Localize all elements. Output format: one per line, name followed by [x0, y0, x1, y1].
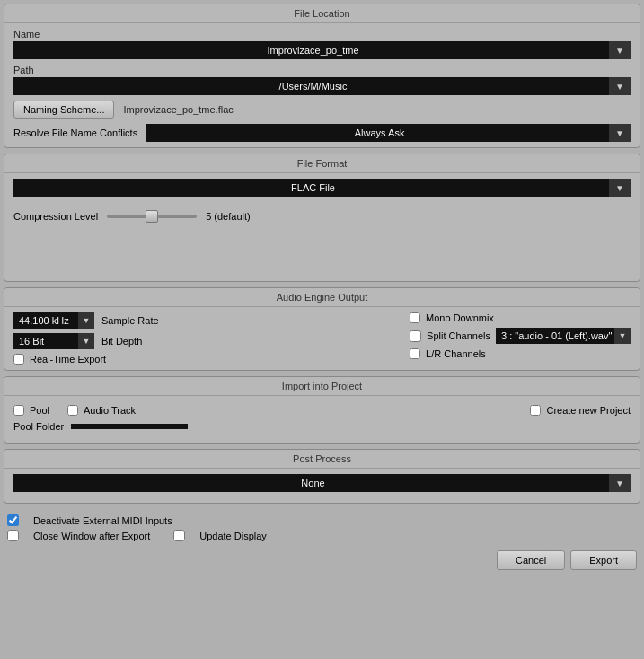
conflict-select-wrapper: Always Ask ▼	[146, 124, 631, 142]
audio-engine-header: Audio Engine Output	[4, 288, 640, 307]
conflict-label: Resolve File Name Conflicts	[13, 127, 137, 138]
deactivate-midi-row: Deactivate External MIDI Inputs	[7, 513, 637, 528]
pool-label: Pool	[30, 405, 49, 416]
import-project-header: Import into Project	[4, 377, 640, 396]
sample-rate-row: 44.100 kHz ▼ Sample Rate	[13, 312, 159, 329]
post-process-select-wrapper: None ▼	[13, 474, 631, 492]
compression-row: Compression Level 5 (default)	[13, 202, 631, 231]
realtime-export-row: Real-Time Export	[13, 354, 159, 365]
realtime-export-checkbox[interactable]	[13, 354, 24, 365]
update-display-checkbox[interactable]	[173, 530, 185, 541]
compression-slider-thumb[interactable]	[146, 210, 158, 223]
pool-folder-input[interactable]	[71, 424, 188, 429]
pool-checkbox[interactable]	[13, 405, 24, 416]
bottom-area: Deactivate External MIDI Inputs Close Wi…	[4, 509, 640, 574]
name-dropdown-arrow[interactable]: ▼	[609, 41, 631, 59]
update-display-label: Update Display	[199, 531, 267, 541]
sample-rate-select[interactable]: 44.100 kHz	[13, 312, 94, 329]
bottom-checks: Deactivate External MIDI Inputs Close Wi…	[4, 509, 640, 545]
create-new-project-label: Create new Project	[546, 405, 631, 416]
naming-scheme-button[interactable]: Naming Scheme...	[13, 101, 114, 119]
create-new-project-row: Create new Project	[530, 405, 631, 416]
create-new-project-checkbox[interactable]	[530, 405, 541, 416]
close-window-label: Close Window after Export	[33, 531, 150, 541]
main-container: File Location Name Improvizace_po_tme ▼ …	[0, 0, 644, 577]
bottom-buttons: Cancel Export	[4, 545, 640, 574]
export-button[interactable]: Export	[570, 550, 637, 570]
lr-channels-row: L/R Channels	[410, 348, 631, 359]
file-format-panel: File Format FLAC File ▼ Compression Leve…	[4, 154, 640, 282]
format-select-wrapper: FLAC File ▼	[13, 179, 631, 197]
format-select[interactable]: FLAC File	[13, 179, 631, 197]
compression-label: Compression Level	[13, 211, 98, 222]
pool-folder-row: Pool Folder	[13, 419, 631, 437]
conflict-row: Resolve File Name Conflicts Always Ask ▼	[13, 124, 631, 142]
format-spacer	[13, 231, 631, 276]
close-window-checkbox[interactable]	[7, 530, 19, 541]
bit-depth-wrapper: 16 Bit ▼	[13, 333, 94, 349]
import-checkboxes-row: Pool Audio Track	[13, 401, 136, 419]
pool-folder-label: Pool Folder	[13, 421, 64, 432]
sample-rate-wrapper: 44.100 kHz ▼	[13, 312, 94, 329]
sample-rate-label: Sample Rate	[101, 315, 159, 326]
name-input[interactable]: Improvizace_po_tme	[13, 41, 631, 59]
pool-checkbox-row: Pool	[13, 405, 49, 416]
split-channels-select[interactable]: 3 : "audio - 01 (Left).wav"	[496, 328, 631, 344]
close-window-row: Close Window after Export Update Display	[7, 528, 637, 543]
path-input[interactable]: /Users/M/Music	[13, 77, 631, 95]
bit-depth-select[interactable]: 16 Bit	[13, 333, 94, 349]
post-process-header: Post Process	[4, 450, 640, 469]
audio-engine-panel: Audio Engine Output 44.100 kHz ▼ Sample …	[4, 287, 640, 371]
lr-channels-label: L/R Channels	[426, 348, 486, 359]
compression-value: 5 (default)	[206, 211, 251, 222]
bit-depth-row: 16 Bit ▼ Bit Depth	[13, 333, 159, 349]
deactivate-midi-checkbox[interactable]	[7, 514, 19, 526]
realtime-export-label: Real-Time Export	[30, 354, 106, 365]
file-location-panel: File Location Name Improvizace_po_tme ▼ …	[4, 4, 640, 148]
lr-channels-checkbox[interactable]	[410, 348, 420, 359]
naming-preview: Improvizace_po_tme.flac	[123, 104, 233, 115]
post-process-panel: Post Process None ▼	[4, 449, 640, 504]
split-value-wrapper: 3 : "audio - 01 (Left).wav" ▼	[496, 328, 631, 344]
audio-track-label: Audio Track	[84, 405, 136, 416]
path-input-wrapper: /Users/M/Music ▼	[13, 77, 631, 95]
name-label: Name	[13, 29, 631, 40]
mono-downmix-checkbox[interactable]	[410, 312, 420, 323]
audio-track-checkbox[interactable]	[67, 405, 78, 416]
file-location-header: File Location	[4, 4, 640, 23]
audio-track-checkbox-row: Audio Track	[67, 405, 136, 416]
split-channels-row: Split Channels 3 : "audio - 01 (Left).wa…	[410, 328, 631, 344]
split-channels-checkbox[interactable]	[410, 330, 421, 342]
mono-downmix-label: Mono Downmix	[426, 312, 494, 323]
file-format-header: File Format	[4, 154, 640, 173]
path-dropdown-arrow[interactable]: ▼	[609, 77, 631, 95]
import-project-panel: Import into Project Pool Audio Track Cre…	[4, 376, 640, 444]
name-input-wrapper: Improvizace_po_tme ▼	[13, 41, 631, 59]
deactivate-midi-label: Deactivate External MIDI Inputs	[33, 515, 172, 526]
conflict-select[interactable]: Always Ask	[146, 124, 631, 142]
naming-row: Naming Scheme... Improvizace_po_tme.flac	[13, 101, 631, 119]
bit-depth-label: Bit Depth	[101, 336, 142, 347]
path-label: Path	[13, 65, 631, 75]
split-channels-label: Split Channels	[427, 330, 490, 341]
post-process-select[interactable]: None	[13, 474, 631, 492]
mono-downmix-row: Mono Downmix	[410, 312, 631, 323]
compression-slider-track	[107, 215, 197, 218]
cancel-button[interactable]: Cancel	[497, 550, 565, 570]
